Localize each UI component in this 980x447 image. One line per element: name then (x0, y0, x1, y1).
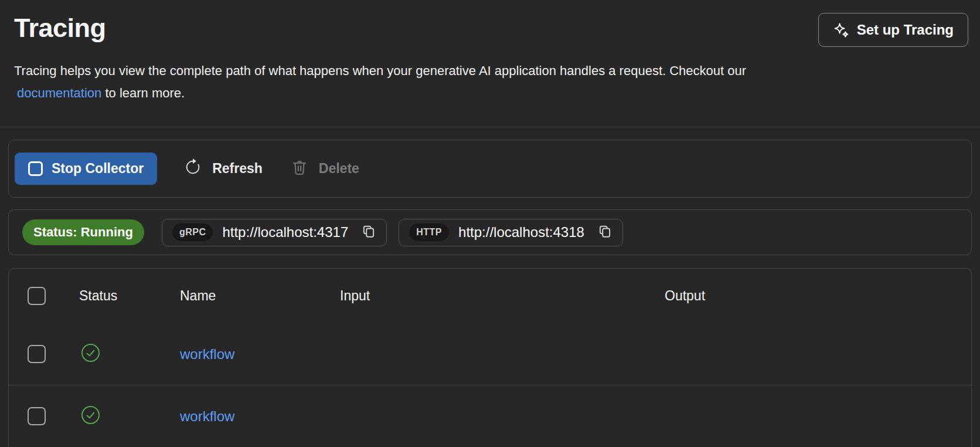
http-endpoint-url: http://localhost:4318 (458, 224, 584, 241)
success-check-icon (81, 405, 100, 425)
traces-table: Status Name Input Output workflow (8, 268, 972, 447)
column-header-output: Output (665, 288, 971, 304)
column-header-input: Input (340, 288, 665, 304)
trace-name-link[interactable]: workflow (180, 408, 234, 424)
row-status-cell (79, 405, 180, 427)
description-tail: to learn more. (105, 86, 185, 100)
grpc-endpoint-url: http://localhost:4317 (222, 224, 348, 241)
page-header: Tracing Set up Tracing (0, 0, 980, 47)
copy-http-url-button[interactable] (597, 224, 612, 241)
delete-label: Delete (319, 161, 359, 177)
select-all-cell (28, 287, 79, 305)
grpc-endpoint: gRPC http://localhost:4317 (162, 219, 387, 246)
row-status-cell (79, 343, 180, 365)
row-select-cell (28, 407, 79, 425)
http-protocol-badge: HTTP (409, 223, 449, 241)
success-check-icon (81, 343, 100, 363)
collector-toolbar: Stop Collector Refresh Dele (8, 140, 972, 198)
copy-icon (597, 224, 612, 241)
tracing-page: Tracing Set up Tracing Tracing helps you… (0, 0, 980, 447)
page-description: Tracing helps you view the complete path… (14, 60, 966, 104)
trash-icon (291, 158, 308, 180)
table-header-row: Status Name Input Output (9, 269, 971, 323)
row-checkbox[interactable] (28, 407, 46, 425)
refresh-label: Refresh (212, 161, 263, 177)
select-all-checkbox[interactable] (28, 287, 46, 305)
setup-tracing-label: Set up Tracing (857, 22, 954, 38)
refresh-icon (184, 158, 202, 180)
row-select-cell (28, 345, 79, 363)
refresh-button[interactable]: Refresh (184, 158, 263, 180)
sparkles-icon (833, 22, 849, 38)
description-text: Tracing helps you view the complete path… (14, 63, 746, 78)
row-name-cell: workflow (180, 346, 340, 363)
delete-button[interactable]: Delete (291, 158, 359, 180)
copy-icon (361, 224, 376, 241)
section-divider (0, 127, 980, 127)
table-row: workflow (9, 323, 971, 385)
stop-collector-label: Stop Collector (52, 161, 144, 177)
column-header-name: Name (180, 288, 340, 304)
grpc-protocol-badge: gRPC (172, 223, 213, 241)
http-endpoint: HTTP http://localhost:4318 (399, 219, 623, 246)
copy-grpc-url-button[interactable] (361, 224, 376, 241)
stop-icon (28, 161, 43, 176)
table-row: workflow (9, 385, 971, 447)
row-name-cell: workflow (180, 408, 340, 425)
stop-collector-button[interactable]: Stop Collector (15, 153, 157, 185)
status-badge: Status: Running (22, 219, 144, 245)
page-title: Tracing (14, 12, 106, 45)
documentation-link[interactable]: documentation (17, 86, 101, 100)
collector-status-bar: Status: Running gRPC http://localhost:43… (8, 209, 972, 255)
setup-tracing-button[interactable]: Set up Tracing (818, 13, 968, 47)
column-header-status: Status (79, 288, 180, 304)
row-checkbox[interactable] (28, 345, 46, 363)
trace-name-link[interactable]: workflow (180, 346, 234, 362)
